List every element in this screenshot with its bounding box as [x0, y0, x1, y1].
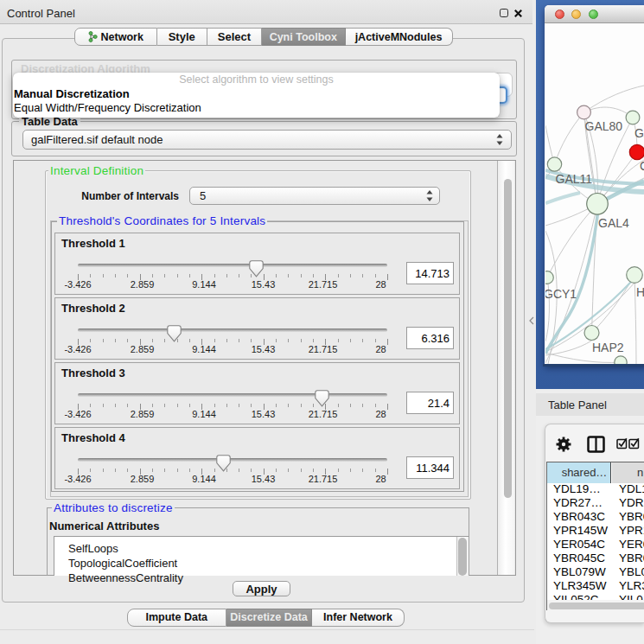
svg-text:GAL11: GAL11 [556, 172, 593, 186]
svg-text:H: H [636, 285, 644, 299]
svg-text:GA: GA [634, 126, 644, 140]
svg-text:C: C [640, 159, 644, 173]
svg-text:GAL4: GAL4 [598, 216, 629, 230]
svg-text:HAP2: HAP2 [592, 341, 624, 354]
svg-text:GAL80: GAL80 [585, 119, 623, 133]
svg-text:GCY1: GCY1 [545, 287, 577, 301]
